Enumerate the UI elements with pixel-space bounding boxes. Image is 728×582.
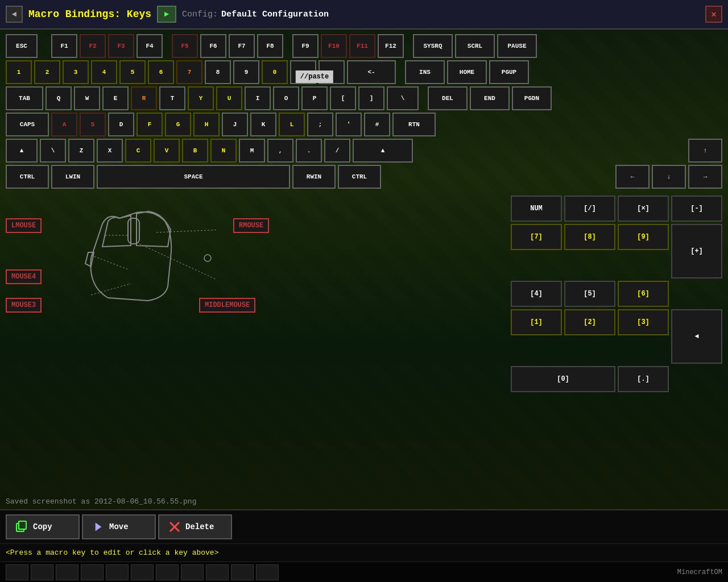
key-o[interactable]: O — [273, 86, 299, 110]
key-right[interactable]: → — [688, 165, 722, 189]
taskbar-item-11[interactable] — [256, 564, 279, 580]
key-num[interactable]: NUM — [511, 196, 562, 222]
key-backslash[interactable]: \ — [387, 86, 419, 110]
key-f6[interactable]: F6 — [200, 34, 226, 58]
key-q[interactable]: Q — [46, 86, 72, 110]
mouse3-key[interactable]: MOUSE3 — [6, 298, 42, 313]
key-num-minus[interactable]: [-] — [671, 196, 722, 222]
close-button[interactable]: ✕ — [705, 6, 722, 23]
key-0[interactable]: 0 — [262, 60, 288, 84]
key-f11[interactable]: F11 — [349, 34, 375, 58]
taskbar-item-5[interactable] — [106, 564, 129, 580]
key-semicolon[interactable]: ; — [307, 113, 333, 136]
key-return[interactable]: RTN — [392, 113, 436, 136]
taskbar-item-9[interactable] — [206, 564, 229, 580]
key-8[interactable]: 8 — [205, 60, 231, 84]
key-del[interactable]: DEL — [428, 86, 468, 110]
key-5[interactable]: 5 — [119, 60, 146, 84]
key-comma[interactable]: , — [267, 139, 293, 163]
key-bracket-open[interactable]: [ — [330, 86, 356, 110]
key-num8[interactable]: [8] — [564, 224, 615, 250]
key-equals[interactable]: = — [318, 60, 345, 84]
key-f12[interactable]: F12 — [378, 34, 404, 58]
key-d[interactable]: D — [108, 113, 134, 136]
key-3[interactable]: 3 — [63, 60, 89, 84]
taskbar-item-10[interactable] — [231, 564, 254, 580]
rmouse-key[interactable]: RMOUSE — [233, 218, 269, 233]
taskbar-item-3[interactable] — [56, 564, 78, 580]
key-rwin[interactable]: RWIN — [292, 165, 336, 189]
key-w[interactable]: W — [74, 86, 100, 110]
play-button[interactable]: ► — [157, 6, 176, 23]
key-a[interactable]: A — [51, 113, 77, 136]
key-f3[interactable]: F3 — [108, 34, 134, 58]
key-left[interactable]: ← — [615, 165, 650, 189]
key-num-div[interactable]: [/] — [564, 196, 615, 222]
key-hash[interactable]: # — [364, 113, 390, 136]
back-button[interactable]: ◄ — [6, 6, 23, 23]
key-k[interactable]: K — [250, 113, 276, 136]
key-bracket-close[interactable]: ] — [358, 86, 384, 110]
taskbar-item-2[interactable] — [31, 564, 53, 580]
key-ins[interactable]: INS — [405, 60, 445, 84]
key-z[interactable]: Z — [68, 139, 94, 163]
delete-button[interactable]: Delete — [158, 514, 232, 539]
key-end[interactable]: END — [470, 86, 510, 110]
key-down[interactable]: ↓ — [652, 165, 686, 189]
key-num2[interactable]: [2] — [564, 309, 615, 335]
key-space[interactable]: SPACE — [97, 165, 290, 189]
copy-button[interactable]: Copy — [6, 514, 80, 539]
key-backspace[interactable]: <- — [347, 60, 396, 84]
key-f7[interactable]: F7 — [229, 34, 255, 58]
move-button[interactable]: Move — [82, 514, 156, 539]
key-f10[interactable]: F10 — [321, 34, 347, 58]
key-num3[interactable]: [3] — [618, 309, 669, 335]
taskbar-item-7[interactable] — [156, 564, 179, 580]
key-f9[interactable]: F9 — [292, 34, 318, 58]
key-pause[interactable]: PAUSE — [497, 34, 537, 58]
key-p[interactable]: P //paste — [301, 86, 328, 110]
key-home[interactable]: HOME — [447, 60, 487, 84]
taskbar-item-1[interactable] — [6, 564, 28, 580]
key-num-decimal[interactable]: [.] — [618, 366, 669, 392]
key-num4[interactable]: [4] — [511, 281, 562, 307]
key-num9[interactable]: [9] — [618, 224, 669, 250]
key-v[interactable]: V — [154, 139, 180, 163]
key-lwin[interactable]: LWIN — [51, 165, 94, 189]
key-rctrl[interactable]: CTRL — [338, 165, 381, 189]
key-num-plus[interactable]: [+] — [671, 224, 722, 278]
key-up[interactable]: ↑ — [688, 139, 722, 163]
key-f[interactable]: F — [136, 113, 163, 136]
key-f1[interactable]: F1 — [51, 34, 77, 58]
key-1[interactable]: 1 — [6, 60, 32, 84]
lmouse-key[interactable]: LMOUSE — [6, 218, 42, 233]
key-u[interactable]: U — [216, 86, 242, 110]
key-g[interactable]: G — [165, 113, 191, 136]
key-sysrq[interactable]: SYSRQ — [413, 34, 453, 58]
key-l[interactable]: L — [279, 113, 305, 136]
key-7[interactable]: 7 — [176, 60, 202, 84]
key-f5[interactable]: F5 — [172, 34, 198, 58]
key-f8[interactable]: F8 — [257, 34, 283, 58]
key-s[interactable]: S — [80, 113, 106, 136]
key-pgup[interactable]: PGUP — [489, 60, 529, 84]
key-num5[interactable]: [5] — [564, 281, 615, 307]
key-x[interactable]: X — [97, 139, 123, 163]
key-rshift[interactable]: ▲ — [353, 139, 413, 163]
key-esc[interactable]: ESC — [6, 34, 38, 58]
key-num7[interactable]: [7] — [511, 224, 562, 250]
key-e[interactable]: E — [102, 86, 129, 110]
mouse4-key[interactable]: MOUSE4 — [6, 269, 42, 284]
key-f4[interactable]: F4 — [136, 34, 163, 58]
key-n[interactable]: N — [210, 139, 237, 163]
key-tab[interactable]: TAB — [6, 86, 43, 110]
key-t[interactable]: T — [159, 86, 185, 110]
taskbar-item-8[interactable] — [181, 564, 204, 580]
key-lctrl[interactable]: CTRL — [6, 165, 49, 189]
key-6[interactable]: 6 — [148, 60, 174, 84]
key-c[interactable]: C — [125, 139, 151, 163]
key-backslash2[interactable]: \ — [40, 139, 66, 163]
key-m[interactable]: M — [239, 139, 265, 163]
key-j[interactable]: J — [222, 113, 248, 136]
key-slash[interactable]: / — [324, 139, 350, 163]
